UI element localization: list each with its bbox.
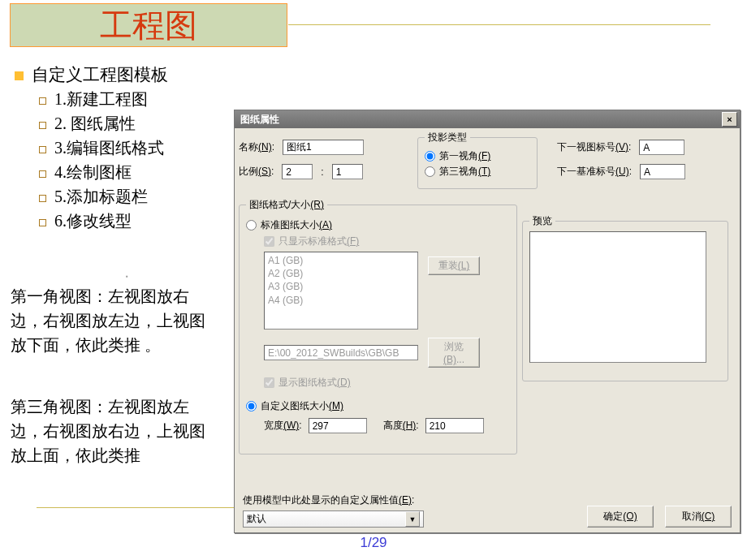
first-angle-label: 第一视角(F) xyxy=(439,149,490,163)
third-angle-option[interactable]: 第三视角(T) xyxy=(425,165,530,179)
sub-bullet: 5.添加标题栏 xyxy=(39,186,216,208)
dialog-title: 图纸属性 xyxy=(240,113,279,127)
list-item: A4 (GB) xyxy=(268,294,414,307)
custom-size-radio[interactable] xyxy=(246,401,257,411)
size-list-row: A1 (GB) A2 (GB) A3 (GB) A4 (GB) 重装(L) xyxy=(264,252,510,330)
only-std-format-checkbox xyxy=(264,236,274,247)
dialog-bottom-bar: 使用模型中此处显示的自定义属性值(E): 默认 ▼ 确定(O) 取消(C) xyxy=(243,493,732,528)
sub-bullet: 3.编辑图纸格式 xyxy=(39,137,216,159)
preview-canvas xyxy=(529,231,706,363)
slide: 工程图 自定义工程图模板 1.新建工程图 2. 图纸属性 3.编辑图纸格式 4.… xyxy=(0,0,747,560)
show-sheet-format-option: 显示图纸格式(D) xyxy=(264,376,510,390)
sub-bullet: 2. 图纸属性 xyxy=(39,113,216,135)
show-sheet-format-checkbox xyxy=(264,377,274,388)
standard-size-option[interactable]: 标准图纸大小(A) xyxy=(246,218,510,232)
dialog-body: 名称(N): 比例(S): : 投影类型 第一视角(F) 第三视角(T) xyxy=(235,128,740,532)
only-std-format-label: 只显示标准格式(F) xyxy=(279,235,359,248)
next-view-input[interactable] xyxy=(639,140,684,155)
title-divider xyxy=(288,24,710,25)
sub-text: 1.新建工程图 xyxy=(54,88,148,110)
path-row: 浏览(B)... xyxy=(264,338,510,368)
sub-text: 4.绘制图框 xyxy=(54,162,132,183)
hollow-square-icon xyxy=(39,97,46,105)
close-icon[interactable]: × xyxy=(722,112,737,127)
projection-legend: 投影类型 xyxy=(425,131,470,144)
scale-field: 比例(S): : xyxy=(239,164,363,179)
width-input[interactable] xyxy=(309,418,367,433)
browse-button: 浏览(B)... xyxy=(428,338,480,368)
bullet-main: 自定义工程图模板 xyxy=(15,63,216,86)
sub-text: 2. 图纸属性 xyxy=(54,113,136,135)
bullet-main-text: 自定义工程图模板 xyxy=(32,63,168,86)
bullet-list: 自定义工程图模板 1.新建工程图 2. 图纸属性 3.编辑图纸格式 4.绘制图框… xyxy=(15,63,216,235)
dialog-titlebar[interactable]: 图纸属性 × xyxy=(235,110,740,128)
preview-group: 预览 xyxy=(522,214,728,381)
next-datum-label: 下一基准标号(U): xyxy=(557,165,632,179)
sheet-properties-dialog: 图纸属性 × 名称(N): 比例(S): : 投影类型 第 xyxy=(234,110,741,533)
show-sheet-format-label: 显示图纸格式(D) xyxy=(279,376,351,390)
ok-button[interactable]: 确定(O) xyxy=(587,506,654,528)
first-angle-radio[interactable] xyxy=(425,151,435,162)
scale-b-input[interactable] xyxy=(332,164,363,179)
title-box: 工程图 xyxy=(10,3,287,47)
sub-text: 6.修改线型 xyxy=(54,210,132,232)
tiny-marker-icon: ▪ xyxy=(126,273,132,278)
next-datum-input[interactable] xyxy=(640,164,685,179)
model-prop-row: 使用模型中此处显示的自定义属性值(E): 默认 ▼ xyxy=(243,493,424,528)
third-angle-radio[interactable] xyxy=(425,166,435,177)
hollow-square-icon xyxy=(39,195,46,202)
sheet-format-size-group: 图纸格式/大小(R) 标准图纸大小(A) 只显示标准格式(F) A1 (GB) … xyxy=(239,198,517,454)
custom-size-option[interactable]: 自定义图纸大小(M) xyxy=(246,399,510,413)
custom-dims-row: 宽度(W): 高度(H): xyxy=(264,418,510,433)
hollow-square-icon xyxy=(39,122,46,129)
scale-label: 比例(S): xyxy=(239,165,274,179)
scale-a-input[interactable] xyxy=(282,164,313,179)
third-angle-label: 第三视角(T) xyxy=(439,165,490,179)
height-input[interactable] xyxy=(425,418,484,433)
model-prop-value: 默认 xyxy=(247,512,266,526)
list-item: A3 (GB) xyxy=(268,280,414,293)
cancel-button[interactable]: 取消(C) xyxy=(665,506,732,528)
width-label: 宽度(W): xyxy=(264,419,302,433)
model-prop-select[interactable]: 默认 ▼ xyxy=(243,510,424,528)
name-input[interactable] xyxy=(283,140,364,155)
model-prop-label: 使用模型中此处显示的自定义属性值(E): xyxy=(243,493,424,507)
slide-title: 工程图 xyxy=(100,3,197,48)
custom-size-label: 自定义图纸大小(M) xyxy=(261,399,343,413)
hollow-square-icon xyxy=(39,146,46,153)
projection-group: 投影类型 第一视角(F) 第三视角(T) xyxy=(417,131,538,189)
sub-bullet: 4.绘制图框 xyxy=(39,162,216,183)
height-label: 高度(H): xyxy=(383,419,419,433)
next-view-field: 下一视图标号(V): xyxy=(557,140,684,155)
hollow-square-icon xyxy=(39,170,46,178)
sub-bullet: 6.修改线型 xyxy=(39,210,216,232)
list-item: A2 (GB) xyxy=(268,267,414,280)
name-label: 名称(N): xyxy=(239,140,274,154)
sub-bullet: 1.新建工程图 xyxy=(39,88,216,110)
standard-size-listbox: A1 (GB) A2 (GB) A3 (GB) A4 (GB) xyxy=(264,252,418,330)
preview-legend: 预览 xyxy=(529,214,555,228)
paragraph-third-angle: 第三角视图：左视图放左边，右视图放右边，上视图放上面，依此类推 xyxy=(11,394,214,467)
next-datum-field: 下一基准标号(U): xyxy=(557,164,685,179)
lower-divider xyxy=(37,507,235,508)
next-view-label: 下一视图标号(V): xyxy=(557,140,631,154)
scale-sep: : xyxy=(321,166,323,178)
sub-text: 5.添加标题栏 xyxy=(54,186,148,208)
paragraph-first-angle: 第一角视图：左视图放右边，右视图放左边，上视图放下面，依此类推 。 xyxy=(11,284,214,357)
dialog-action-buttons: 确定(O) 取消(C) xyxy=(587,506,732,528)
page-number: 1/29 xyxy=(0,535,747,551)
standard-size-radio[interactable] xyxy=(246,220,257,230)
first-angle-option[interactable]: 第一视角(F) xyxy=(425,149,530,163)
only-std-format-option: 只显示标准格式(F) xyxy=(264,235,510,248)
square-bullet-icon xyxy=(15,71,24,80)
list-item: A1 (GB) xyxy=(268,254,414,267)
sheet-size-legend: 图纸格式/大小(R) xyxy=(246,198,327,212)
reload-button: 重装(L) xyxy=(428,256,480,275)
name-field: 名称(N): xyxy=(239,140,364,155)
hollow-square-icon xyxy=(39,219,46,226)
chevron-down-icon: ▼ xyxy=(405,511,420,527)
sub-text: 3.编辑图纸格式 xyxy=(54,137,164,159)
standard-size-label: 标准图纸大小(A) xyxy=(261,218,332,232)
format-path-input xyxy=(264,345,418,360)
